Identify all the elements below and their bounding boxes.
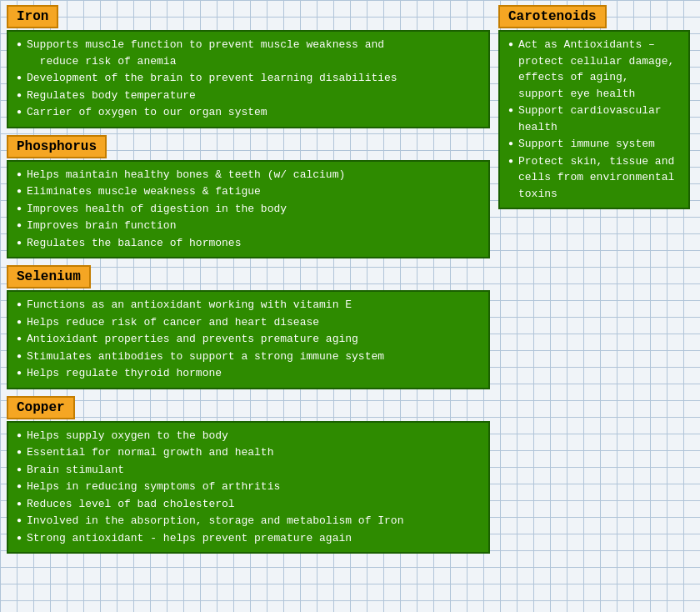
list-item: Antioxidant properties and prevents prem… — [17, 331, 480, 348]
iron-title: Iron — [7, 5, 58, 28]
carotenoids-title: Carotenoids — [498, 5, 607, 28]
list-item: Helps supply oxygen to the body — [17, 428, 480, 444]
list-item: Reduces level of bad cholesterol — [17, 496, 480, 513]
list-item: Act as Antioxidants – protect cellular d… — [508, 37, 680, 102]
list-item: Helps regulate thyroid hormone — [17, 365, 480, 382]
selenium-list: Functions as an antioxidant working with… — [17, 297, 480, 382]
copper-section: Copper Helps supply oxygen to the body E… — [7, 396, 490, 554]
list-item: Eliminates muscle weakness & fatigue — [17, 183, 480, 200]
list-item: Essential for normal growth and health — [17, 444, 480, 461]
list-item: Carrier of oxygen to our organ system — [17, 104, 480, 121]
carotenoids-content: Act as Antioxidants – protect cellular d… — [498, 30, 690, 209]
phosphorus-content: Helps maintain healthy bones & teeth (w/… — [7, 160, 490, 259]
list-item: Strong antioxidant - helps prevent prema… — [17, 530, 480, 547]
iron-list: Supports muscle function to prevent musc… — [17, 37, 480, 121]
list-item: Regulates body temperature — [17, 88, 480, 104]
carotenoids-section: Carotenoids Act as Antioxidants – protec… — [498, 5, 690, 209]
list-item: Regulates the balance of hormones — [17, 235, 480, 252]
list-item: Helps reduce risk of cancer and heart di… — [17, 314, 480, 331]
list-item: Functions as an antioxidant working with… — [17, 297, 480, 314]
copper-list: Helps supply oxygen to the body Essentia… — [17, 428, 480, 547]
copper-title: Copper — [7, 396, 75, 419]
list-item: Helps in reducing symptoms of arthritis — [17, 479, 480, 495]
list-item: Brain stimulant — [17, 462, 480, 479]
list-item: Improves health of digestion in the body — [17, 201, 480, 218]
selenium-section: Selenium Functions as an antioxidant wor… — [7, 265, 490, 389]
list-item: Stimulates antibodies to support a stron… — [17, 349, 480, 365]
carotenoids-list: Act as Antioxidants – protect cellular d… — [508, 37, 680, 202]
copper-content: Helps supply oxygen to the body Essentia… — [7, 421, 490, 554]
list-item: Improves brain function — [17, 218, 480, 234]
list-item: Support immune system — [508, 136, 680, 153]
list-item: Development of the brain to prevent lear… — [17, 70, 480, 87]
list-item: Supports muscle function to prevent musc… — [17, 37, 480, 69]
list-item: Helps maintain healthy bones & teeth (w/… — [17, 167, 480, 183]
list-item: Involved in the absorption, storage and … — [17, 513, 480, 529]
list-item: Protect skin, tissue and cells from envi… — [508, 153, 680, 203]
phosphorus-list: Helps maintain healthy bones & teeth (w/… — [17, 167, 480, 252]
phosphorus-title: Phosphorus — [7, 135, 107, 158]
iron-content: Supports muscle function to prevent musc… — [7, 30, 490, 128]
phosphorus-section: Phosphorus Helps maintain healthy bones … — [7, 135, 490, 259]
list-item: Support cardiovascular health — [508, 103, 680, 135]
iron-section: Iron Supports muscle function to prevent… — [7, 5, 490, 128]
selenium-content: Functions as an antioxidant working with… — [7, 290, 490, 389]
selenium-title: Selenium — [7, 265, 91, 288]
